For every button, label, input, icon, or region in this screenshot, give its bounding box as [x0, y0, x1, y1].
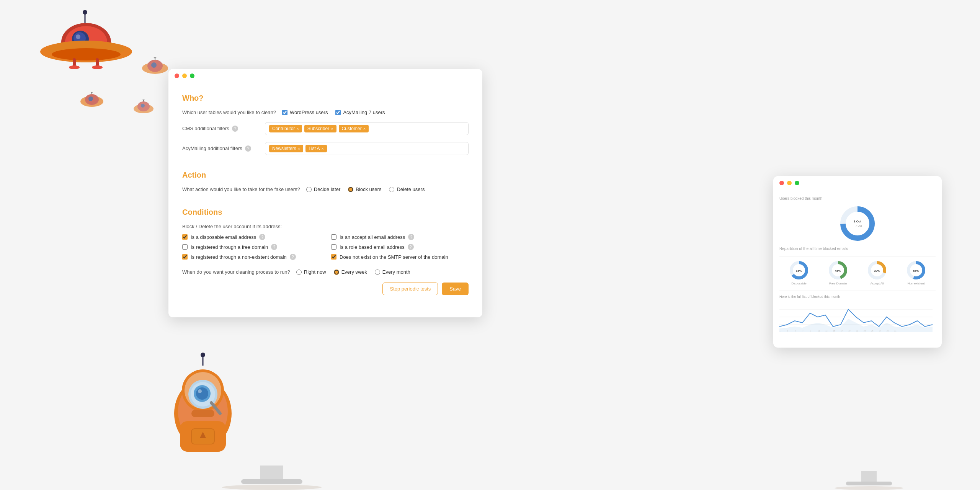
mini-donuts-row: 65% Disposable 45% Free Domain 30% Acce: [779, 256, 936, 285]
svg-text:17: 17: [841, 330, 843, 332]
small-ufo-2: [130, 100, 157, 118]
acymailing-users-checkbox[interactable]: AcyMailing 7 users: [335, 109, 385, 115]
svg-point-28: [154, 57, 157, 59]
svg-rect-11: [96, 58, 99, 67]
line-chart-area: Here is the full list of blocked this mo…: [779, 291, 936, 334]
mini-donut-accept-all: 30% Accept All: [867, 260, 887, 285]
svg-point-16: [88, 96, 93, 101]
radio-delete-users[interactable]: Delete users: [389, 186, 425, 192]
acymailing-filters-help[interactable]: ?: [245, 145, 251, 152]
svg-text:30%: 30%: [874, 269, 880, 273]
main-window: Who? Which user tables would you like to…: [168, 69, 482, 317]
mini-donut-free: 45% Free Domain: [828, 260, 848, 285]
action-title: Action: [182, 171, 469, 180]
svg-text:– 7 Oct: – 7 Oct: [853, 224, 862, 227]
cms-tags-container[interactable]: Contributor × Subscriber × Customer ×: [265, 122, 469, 135]
conditions-section: Conditions Block / Delete the user accou…: [182, 208, 469, 260]
free-domain-help[interactable]: ?: [271, 244, 277, 250]
svg-point-26: [151, 62, 157, 68]
nonexistent-help[interactable]: ?: [290, 254, 296, 260]
traffic-light-red[interactable]: [175, 74, 179, 78]
svg-text:11: 11: [818, 330, 820, 332]
svg-point-13: [92, 65, 103, 69]
svg-rect-10: [73, 58, 76, 67]
svg-text:15: 15: [833, 330, 835, 332]
svg-text:45%: 45%: [835, 269, 841, 273]
accept-all-help[interactable]: ?: [408, 234, 414, 240]
svg-text:27: 27: [879, 330, 881, 332]
svg-point-30: [201, 353, 205, 357]
main-donut: 1 Oct – 7 Oct: [779, 204, 936, 243]
analytics-tl-yellow[interactable]: [787, 181, 792, 185]
analytics-tl-green[interactable]: [795, 181, 799, 185]
small-ufo-1: [77, 92, 107, 113]
radio-every-week[interactable]: Every week: [334, 269, 367, 275]
mini-donut-disposable: 65% Disposable: [789, 260, 809, 285]
ufo-main: [23, 8, 145, 84]
svg-point-18: [91, 92, 93, 93]
tag-newsletters[interactable]: Newsletters ×: [269, 145, 303, 152]
acymailing-tags-container[interactable]: Newsletters × List A ×: [265, 142, 469, 155]
user-tables-label: Which user tables would you like to clea…: [182, 109, 276, 115]
condition-accept-all[interactable]: Is an accept all email address ?: [331, 234, 469, 240]
who-title: Who?: [182, 94, 469, 103]
robot-character: [161, 352, 245, 459]
tag-customer[interactable]: Customer ×: [339, 125, 369, 132]
disposable-help[interactable]: ?: [259, 234, 265, 240]
svg-point-9: [52, 48, 121, 60]
svg-point-6: [76, 34, 80, 39]
svg-text:65%: 65%: [796, 269, 802, 273]
radio-decide-later[interactable]: Decide later: [306, 186, 340, 192]
mini-donut-nonexistent: 55% Non-existent: [906, 260, 926, 285]
condition-disposable[interactable]: Is a disposable email address ?: [182, 234, 320, 240]
svg-rect-41: [191, 410, 214, 417]
svg-text:25: 25: [871, 330, 874, 332]
analytics-main-title: Users blocked this month: [779, 196, 936, 201]
tag-lista[interactable]: List A ×: [305, 145, 327, 152]
small-ufo-3: [138, 57, 172, 80]
schedule-label: When do you want your cleaning process t…: [182, 269, 290, 275]
svg-text:7: 7: [802, 330, 804, 332]
svg-text:31: 31: [894, 330, 897, 332]
role-based-help[interactable]: ?: [408, 244, 414, 250]
traffic-light-yellow[interactable]: [182, 74, 187, 78]
traffic-light-green[interactable]: [190, 74, 194, 78]
who-section: Who? Which user tables would you like to…: [182, 94, 469, 155]
svg-text:5: 5: [795, 330, 796, 332]
condition-smtp[interactable]: Does not exist on the SMTP server of the…: [331, 254, 469, 260]
tag-contributor[interactable]: Contributor ×: [269, 125, 302, 132]
condition-free-domain[interactable]: Is registered through a free domain ?: [182, 244, 320, 250]
svg-text:3: 3: [787, 330, 788, 332]
svg-text:9: 9: [810, 330, 811, 332]
svg-point-39: [198, 389, 202, 393]
radio-right-now[interactable]: Right now: [296, 269, 326, 275]
save-button[interactable]: Save: [442, 283, 469, 295]
window-titlebar: [168, 69, 482, 83]
cms-filters-label: CMS additional filters ?: [182, 126, 259, 132]
svg-text:1: 1: [779, 330, 781, 332]
svg-text:55%: 55%: [913, 269, 919, 273]
analytics-window: Users blocked this month 1 Oct – 7 Oct R…: [773, 176, 942, 348]
svg-point-1: [83, 10, 87, 15]
line-chart-title: Here is the full list of blocked this mo…: [779, 295, 936, 299]
svg-point-12: [69, 65, 80, 69]
acymailing-filters-label: AcyMailing additional filters ?: [182, 145, 259, 152]
condition-role-based[interactable]: Is a role based email address ?: [331, 244, 469, 250]
stop-button[interactable]: Stop periodic tests: [382, 283, 438, 295]
radio-block-users[interactable]: Block users: [348, 186, 381, 192]
analytics-tl-red[interactable]: [779, 181, 784, 185]
wordpress-users-checkbox[interactable]: WordPress users: [282, 109, 328, 115]
conditions-label: Block / Delete the user account if its a…: [182, 224, 469, 229]
analytics-mini-title: Repartition of the all time blocked emai…: [779, 247, 936, 251]
svg-text:21: 21: [856, 330, 858, 332]
conditions-title: Conditions: [182, 208, 469, 217]
svg-text:19: 19: [848, 330, 851, 332]
action-section: Action What action would you like to tak…: [182, 171, 469, 192]
svg-text:13: 13: [825, 330, 828, 332]
condition-nonexistent[interactable]: Is registered through a non-existent dom…: [182, 254, 320, 260]
tag-subscriber[interactable]: Subscriber ×: [304, 125, 336, 132]
cms-filters-help[interactable]: ?: [232, 126, 238, 132]
svg-point-38: [196, 387, 208, 400]
svg-text:1 Oct: 1 Oct: [854, 220, 861, 223]
radio-every-month[interactable]: Every month: [375, 269, 410, 275]
